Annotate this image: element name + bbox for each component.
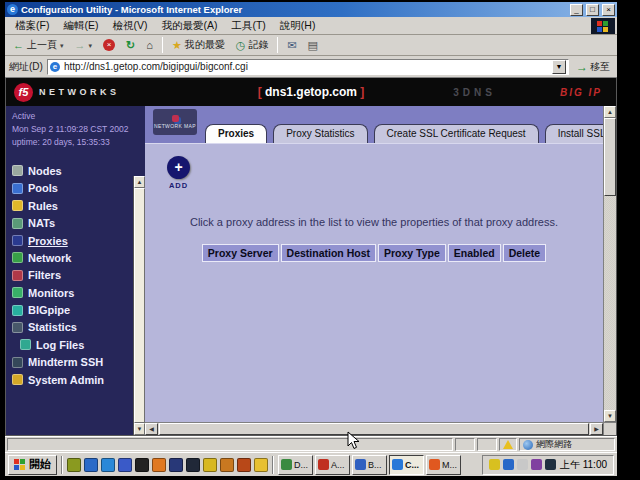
quick-launch-icon[interactable] <box>152 458 166 472</box>
scroll-up-icon[interactable]: ▲ <box>604 106 616 118</box>
scrollbar-thumb[interactable] <box>159 423 589 435</box>
quick-launch-icon[interactable] <box>169 458 183 472</box>
sidebar-item[interactable]: Log Files <box>12 336 133 353</box>
scroll-left-icon[interactable]: ◀ <box>145 423 158 435</box>
menu-item[interactable]: 檢視(V) <box>106 18 153 34</box>
scrollbar-thumb[interactable] <box>604 118 616 196</box>
task-icon <box>318 459 329 470</box>
home-button[interactable] <box>142 38 157 52</box>
content-frame: NETWORK MAP ProxiesProxy StatisticsCreat… <box>145 106 616 435</box>
menu-item[interactable]: 檔案(F) <box>9 18 55 34</box>
taskbar: 開始 D... A... <box>5 452 617 476</box>
brand-text: NETWORKS <box>39 87 120 97</box>
quick-launch-icon[interactable] <box>203 458 217 472</box>
address-dropdown-icon[interactable]: ▼ <box>552 60 566 74</box>
sidebar-item[interactable]: NATs <box>12 214 133 231</box>
print-button[interactable] <box>304 38 322 52</box>
sidebar-item[interactable]: Mindterm SSH <box>12 354 133 371</box>
tray-icon[interactable] <box>503 459 514 470</box>
sidebar-item[interactable]: Statistics <box>12 319 133 336</box>
back-button[interactable]: 上一頁 <box>9 37 68 53</box>
sidebar-item[interactable]: BIGpipe <box>12 301 133 318</box>
task-button[interactable]: B... <box>352 455 387 475</box>
tab[interactable]: Create SSL Certificate Request <box>374 124 539 143</box>
sidebar-scrollbar[interactable]: ▲ ▼ <box>133 106 145 435</box>
add-button[interactable]: + <box>167 156 190 179</box>
menu-item[interactable]: 工具(T) <box>225 18 271 34</box>
quick-launch-icon[interactable] <box>254 458 268 472</box>
quick-launch-icon[interactable] <box>67 458 81 472</box>
back-dropdown-icon[interactable] <box>60 38 64 52</box>
start-button[interactable]: 開始 <box>8 455 57 475</box>
scrollbar-thumb[interactable] <box>134 188 145 423</box>
tab[interactable]: Proxy Statistics <box>273 124 367 143</box>
scrollbar-track[interactable] <box>604 196 616 410</box>
mail-button[interactable] <box>283 38 300 52</box>
quick-launch-icon[interactable] <box>101 458 115 472</box>
menu-item[interactable]: 說明(H) <box>274 18 322 34</box>
tab[interactable]: Install SSL Certif <box>545 124 603 143</box>
quick-launch-icon[interactable] <box>135 458 149 472</box>
forward-dropdown-icon[interactable] <box>89 38 93 52</box>
stop-button[interactable] <box>99 38 119 52</box>
scrollbar-corner <box>604 422 616 435</box>
sidebar-item-label: Proxies <box>28 235 68 247</box>
forward-button[interactable] <box>71 37 97 53</box>
scroll-right-icon[interactable]: ▶ <box>590 423 603 435</box>
scroll-up-icon[interactable]: ▲ <box>134 176 145 188</box>
history-button[interactable]: 記錄 <box>232 37 273 53</box>
window-titlebar[interactable]: e Configuration Utility - Microsoft Inte… <box>5 2 617 17</box>
address-input[interactable]: e http://dns1.getop.com/bigipgui/bigconf… <box>47 59 569 75</box>
menu-item[interactable]: 我的最愛(A) <box>155 18 223 34</box>
task-button[interactable]: D... <box>278 455 313 475</box>
tray-icon[interactable] <box>489 459 500 470</box>
favorites-button[interactable]: 我的最愛 <box>168 37 229 53</box>
refresh-button[interactable] <box>122 38 139 52</box>
horizontal-scrollbar[interactable]: ◀ ▶ <box>145 422 603 435</box>
sidebar-item[interactable]: Network <box>12 249 133 266</box>
status-text: Active <box>12 110 133 123</box>
tray-icon[interactable] <box>545 459 556 470</box>
sidebar-item-icon <box>12 357 23 368</box>
vertical-scrollbar[interactable]: ▲ ▼ <box>603 106 616 435</box>
task-button[interactable]: C... <box>389 455 424 475</box>
uptime-text: uptime: 20 days, 15:35:33 <box>12 136 133 149</box>
network-map-button[interactable]: NETWORK MAP <box>153 109 197 135</box>
task-label: A... <box>331 460 345 470</box>
sidebar-item-icon <box>12 252 23 263</box>
tab[interactable]: Proxies <box>205 124 267 143</box>
task-button[interactable]: M... <box>426 455 461 475</box>
tray-icon[interactable] <box>531 459 542 470</box>
tray-icon[interactable] <box>517 459 528 470</box>
sidebar-item[interactable]: Monitors <box>12 284 133 301</box>
quick-launch-icon[interactable] <box>118 458 132 472</box>
close-button[interactable]: × <box>602 4 615 16</box>
scroll-down-icon[interactable]: ▼ <box>604 410 616 422</box>
menu-item[interactable]: 編輯(E) <box>57 18 104 34</box>
sidebar-item-label: BIGpipe <box>28 304 70 316</box>
taskbar-separator <box>61 456 63 474</box>
sidebar-item-label: NATs <box>28 217 55 229</box>
quick-launch-icon[interactable] <box>220 458 234 472</box>
sidebar-item[interactable]: Proxies <box>12 232 133 249</box>
status-bar: 網際網路 <box>5 436 617 452</box>
scroll-down-icon[interactable]: ▼ <box>134 423 145 435</box>
sidebar-item[interactable]: Rules <box>12 197 133 214</box>
sidebar-item[interactable]: Nodes <box>12 162 133 179</box>
quick-launch-icon[interactable] <box>84 458 98 472</box>
maximize-button[interactable]: □ <box>586 4 599 16</box>
sidebar-item[interactable]: Filters <box>12 267 133 284</box>
go-button[interactable]: 移至 <box>573 60 613 74</box>
quick-launch-icon[interactable] <box>186 458 200 472</box>
sidebar-item-label: Mindterm SSH <box>28 356 103 368</box>
sidebar-item[interactable]: System Admin <box>12 371 133 388</box>
go-icon <box>576 60 588 74</box>
task-button[interactable]: A... <box>315 455 350 475</box>
history-icon <box>236 39 246 51</box>
proxies-panel: + ADD Click a proxy address in the list … <box>145 144 603 422</box>
page-body: Active Mon Sep 2 11:09:28 CST 2002 uptim… <box>6 106 616 435</box>
minimize-button[interactable]: _ <box>570 4 583 16</box>
sidebar-item[interactable]: Pools <box>12 180 133 197</box>
sidebar-item-icon <box>12 374 23 385</box>
quick-launch-icon[interactable] <box>237 458 251 472</box>
